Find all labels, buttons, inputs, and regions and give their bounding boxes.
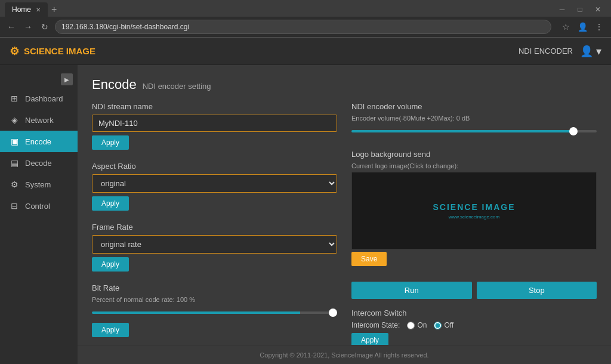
bit-rate-label: Bit Rate	[92, 283, 337, 292]
intercom-on-label[interactable]: On	[407, 321, 427, 329]
aspect-ratio-select[interactable]: original 4:3 16:9 1:1	[92, 174, 337, 193]
bit-rate-slider[interactable]	[92, 311, 337, 314]
aspect-ratio-label: Aspect Ratio	[92, 162, 337, 171]
frame-rate-select[interactable]: original rate 24fps 25fps 30fps 50fps 60…	[92, 235, 337, 254]
sidebar-item-decode[interactable]: ▤ Decode	[0, 152, 78, 174]
tab-label: Home	[12, 5, 31, 14]
intercom-radio-group: Intercom State: On Off	[351, 321, 597, 329]
logo-actions: Save	[351, 252, 597, 266]
refresh-button[interactable]: ↻	[38, 20, 51, 33]
ndi-stream-input[interactable]	[92, 115, 337, 132]
aspect-ratio-section: Aspect Ratio original 4:3 16:9 1:1 Apply	[92, 162, 337, 211]
intercom-section: Intercom Switch Intercom State: On Off	[351, 309, 597, 345]
browser-tab-home[interactable]: Home ✕	[5, 2, 48, 17]
frame-rate-section: Frame Rate original rate 24fps 25fps 30f…	[92, 223, 337, 272]
user-icon[interactable]: 👤 ▾	[580, 45, 601, 58]
footer: Copyright © 2011-2021, ScienceImage All …	[78, 345, 611, 364]
minimize-button[interactable]: ─	[554, 3, 570, 16]
volume-sublabel: Encoder volume(-80Mute +20Max): 0 dB	[351, 115, 597, 122]
page-title-text: Encode	[92, 77, 137, 92]
bit-rate-slider-container	[92, 307, 337, 316]
browser-chrome: Home ✕ + ─ □ ✕ ← → ↻ ☆ 👤 ⋮	[0, 0, 611, 38]
intercom-on-text: On	[417, 321, 427, 329]
menu-button[interactable]: ⋮	[592, 20, 606, 34]
volume-slider-container	[351, 125, 597, 134]
logo-sublabel: Current logo image(Click to change):	[351, 162, 597, 169]
header-right: NDI ENCODER 👤 ▾	[519, 45, 601, 58]
sidebar-item-dashboard[interactable]: ⊞ Dashboard	[0, 88, 78, 109]
encode-icon: ▣	[10, 137, 19, 146]
intercom-off-radio[interactable]	[434, 322, 442, 329]
window-controls: ─ □ ✕	[554, 3, 606, 16]
logo-sub-text: www.scienceimage.com	[433, 214, 515, 220]
brand-name: SCIENCE IMAGE	[24, 46, 95, 56]
sidebar-toggle: ▶	[0, 71, 78, 88]
sidebar-item-control[interactable]: ⊟ Control	[0, 195, 78, 217]
intercom-apply-button[interactable]: Apply	[351, 333, 388, 345]
app-header: ⚙ SCIENCE IMAGE NDI ENCODER 👤 ▾	[0, 38, 611, 65]
ndi-stream-apply-button[interactable]: Apply	[92, 135, 129, 150]
brand-icon: ⚙	[10, 45, 19, 58]
logo-save-button[interactable]: Save	[351, 252, 387, 266]
brand: ⚙ SCIENCE IMAGE	[10, 45, 95, 58]
logo-label: Logo background send	[351, 150, 597, 159]
logo-section: Logo background send Current logo image(…	[351, 150, 597, 266]
sidebar: ▶ ⊞ Dashboard ◈ Network ▣ Encode ▤ Decod…	[0, 65, 78, 364]
tab-close-icon[interactable]: ✕	[36, 7, 41, 13]
intercom-sublabel: Intercom State:	[351, 321, 400, 329]
back-button[interactable]: ←	[5, 20, 18, 33]
intercom-label: Intercom Switch	[351, 309, 597, 317]
intercom-off-text: Off	[444, 321, 453, 329]
volume-label: NDI encoder volume	[351, 102, 597, 111]
restore-button[interactable]: □	[572, 3, 588, 16]
profile-button[interactable]: 👤	[575, 20, 590, 34]
dashboard-icon: ⊞	[10, 94, 19, 103]
browser-actions: ☆ 👤 ⋮	[558, 20, 606, 34]
footer-text: Copyright © 2011-2021, ScienceImage All …	[260, 351, 428, 359]
tab-bar: Home ✕ + ─ □ ✕	[0, 0, 611, 17]
sidebar-item-system-label: System	[25, 180, 51, 189]
address-bar[interactable]	[55, 20, 551, 34]
aspect-ratio-apply-button[interactable]: Apply	[92, 196, 129, 211]
sidebar-item-network-label: Network	[25, 116, 54, 125]
stop-button[interactable]: Stop	[477, 282, 597, 299]
close-button[interactable]: ✕	[590, 3, 606, 16]
volume-section: NDI encoder volume Encoder volume(-80Mut…	[351, 102, 597, 138]
sidebar-item-system[interactable]: ⚙ System	[0, 174, 78, 195]
forward-button[interactable]: →	[21, 20, 35, 33]
run-button[interactable]: Run	[351, 282, 472, 299]
system-icon: ⚙	[10, 180, 19, 189]
sidebar-item-network[interactable]: ◈ Network	[0, 109, 78, 131]
main-content: Encode NDI encoder setting NDI stream na…	[78, 65, 611, 345]
decode-icon: ▤	[10, 158, 19, 168]
sidebar-item-encode-label: Encode	[25, 137, 51, 146]
logo-text: SCIENCE IMAGE	[433, 202, 515, 212]
new-tab-button[interactable]: +	[48, 4, 60, 15]
star-button[interactable]: ☆	[558, 20, 573, 34]
sidebar-item-encode[interactable]: ▣ Encode	[0, 131, 78, 152]
ndi-stream-section: NDI stream name Apply	[92, 102, 337, 150]
page-title: Encode NDI encoder setting	[92, 77, 597, 92]
run-stop-row: Run Stop	[351, 282, 597, 299]
intercom-off-label[interactable]: Off	[434, 321, 453, 329]
ndi-stream-label: NDI stream name	[92, 102, 337, 111]
two-column-layout: NDI stream name Apply Aspect Ratio origi…	[92, 102, 597, 345]
left-column: NDI stream name Apply Aspect Ratio origi…	[92, 102, 337, 345]
frame-rate-apply-button[interactable]: Apply	[92, 257, 129, 272]
network-icon: ◈	[10, 115, 19, 125]
sidebar-item-control-label: Control	[25, 202, 50, 211]
control-icon: ⊟	[10, 201, 19, 211]
volume-slider[interactable]	[351, 130, 597, 132]
browser-nav: ← → ↻ ☆ 👤 ⋮	[0, 17, 611, 37]
bit-rate-section: Bit Rate Percent of normal code rate: 10…	[92, 283, 337, 337]
ndi-label: NDI ENCODER	[519, 47, 573, 55]
logo-preview-text-container: SCIENCE IMAGE www.scienceimage.com	[433, 202, 515, 220]
intercom-on-radio[interactable]	[407, 322, 415, 329]
sidebar-toggle-button[interactable]: ▶	[61, 73, 73, 85]
app-body: ▶ ⊞ Dashboard ◈ Network ▣ Encode ▤ Decod…	[0, 65, 611, 364]
logo-preview-image[interactable]: SCIENCE IMAGE www.scienceimage.com	[351, 172, 597, 249]
bit-rate-apply-button[interactable]: Apply	[92, 323, 129, 337]
frame-rate-label: Frame Rate	[92, 223, 337, 232]
right-column: NDI encoder volume Encoder volume(-80Mut…	[351, 102, 597, 345]
sidebar-item-dashboard-label: Dashboard	[25, 94, 63, 103]
